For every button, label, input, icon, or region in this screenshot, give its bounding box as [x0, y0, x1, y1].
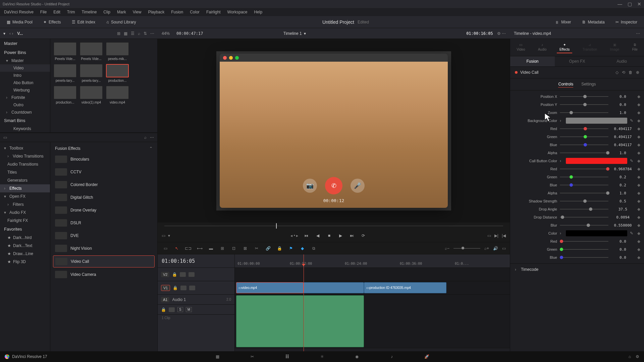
effect-item[interactable]: Night Vision	[53, 243, 155, 254]
slider-shadow[interactable]	[560, 201, 608, 201]
keyframe-icon[interactable]: ◆	[637, 167, 641, 171]
value-angle[interactable]: 37.5	[611, 207, 635, 212]
effect-item[interactable]: Colored Border	[53, 179, 155, 190]
page-edit[interactable]: ☷	[283, 353, 291, 361]
keyframe-icon[interactable]: ◆	[637, 215, 641, 220]
tab-effects[interactable]: ✦Effects	[557, 42, 572, 53]
loop-button[interactable]: ⟳	[360, 232, 367, 239]
value-s-g[interactable]: 0.0	[611, 247, 635, 252]
value-shadow[interactable]: 0.5	[611, 199, 635, 203]
cat-titles[interactable]: Titles	[0, 168, 50, 176]
lock-icon[interactable]: 🔒	[161, 307, 166, 312]
cat-audiofx[interactable]: ▾Audio FX	[0, 208, 50, 217]
minimize-icon[interactable]: —	[618, 1, 622, 7]
tab-video[interactable]: ▭Video	[514, 42, 528, 53]
menu-fairlight[interactable]: Fairlight	[206, 10, 221, 14]
effect-item[interactable]: Digital Glitch	[53, 192, 155, 203]
menu-resolve[interactable]: DaVinci Resolve	[4, 10, 34, 14]
timeline-view-icon[interactable]: ▭	[162, 245, 169, 252]
tab-image[interactable]: ▣Image	[607, 42, 622, 53]
slider-bg-r[interactable]	[560, 128, 608, 129]
keyframe-icon[interactable]: ◆	[637, 255, 641, 260]
subtab-fusion[interactable]: Fusion	[510, 56, 555, 66]
clip-thumb[interactable]: pexels-tary...	[80, 64, 103, 82]
bin-countdown[interactable]: ›Countdown	[0, 109, 50, 116]
value-bg-b[interactable]: 0.494117	[611, 143, 635, 147]
swatch-btncolor[interactable]	[566, 158, 627, 164]
value-btn-a[interactable]: 1.0	[611, 191, 635, 195]
cat-generators[interactable]: Generators	[0, 176, 50, 184]
view-thumb-icon[interactable]: ▦	[124, 31, 127, 36]
menu-edit[interactable]: Edit	[53, 10, 60, 14]
sort-icon[interactable]: ⇅	[144, 31, 147, 36]
expand-icon[interactable]: ›	[560, 231, 563, 236]
cat-effects[interactable]: ›Effects	[0, 184, 50, 192]
subtab-audio[interactable]: Audio	[599, 56, 644, 66]
bin-keywords[interactable]: Keywords	[0, 125, 50, 132]
keyframe-icon[interactable]: ◆	[637, 110, 641, 115]
keyframe-icon[interactable]: ◆	[637, 94, 641, 99]
clip-thumb[interactable]: production...	[106, 64, 129, 82]
menu-clip[interactable]: Clip	[103, 10, 110, 14]
page-color[interactable]: ◉	[353, 353, 361, 361]
collapse-icon[interactable]: ⌃	[149, 146, 153, 151]
page-media[interactable]: ▦	[213, 353, 221, 361]
dynamic-trim-tool[interactable]: ⟷	[196, 245, 203, 252]
keyframe-icon[interactable]: ◇	[615, 70, 619, 75]
effect-item[interactable]: Binoculars	[53, 154, 155, 165]
zoom-out-icon[interactable]: ⌕−	[445, 246, 449, 251]
menu-view[interactable]: View	[133, 10, 142, 14]
search-icon[interactable]: ⌕	[144, 135, 147, 140]
keyframe-icon[interactable]: ◆	[637, 231, 641, 236]
controls-tab[interactable]: Controls	[558, 81, 573, 87]
track-header-v2[interactable]: V2 🔒	[158, 268, 234, 281]
effect-item[interactable]: DSLR	[53, 217, 155, 229]
viewer-mode-icon[interactable]: ▭	[162, 233, 165, 238]
effect-title[interactable]: Video Call ◇ ⟲ 🗑 ⊕	[510, 67, 644, 78]
bin-abo[interactable]: Abo Button	[0, 79, 50, 86]
home-icon[interactable]: ⌂	[629, 354, 631, 359]
effect-item[interactable]: DVE	[53, 230, 155, 241]
cat-fairlightfx[interactable]: Fairlight FX	[0, 217, 50, 225]
keyframe-icon[interactable]: ◆	[637, 207, 641, 212]
step-back-button[interactable]: ◀	[314, 232, 321, 239]
slider-bg-g[interactable]	[560, 136, 608, 137]
viewer-options-icon[interactable]: ⚙ ⋯	[497, 31, 506, 36]
keyframe-icon[interactable]: ◆	[637, 223, 641, 228]
view-metadata-icon[interactable]: ⊞	[117, 31, 120, 36]
power-bins-header[interactable]: Power Bins	[0, 48, 50, 57]
clip-audio[interactable]	[236, 295, 304, 347]
clip-thumb[interactable]: Pexels Vide...	[80, 42, 103, 61]
slider-posx[interactable]	[560, 96, 608, 97]
eyedropper-icon[interactable]: ✎	[630, 159, 635, 163]
selection-tool[interactable]: ↖	[173, 245, 180, 252]
blade-tool[interactable]: ▬	[207, 245, 215, 252]
replace-tool[interactable]: ⊠	[241, 245, 249, 252]
clip-video[interactable]: ▭ video.mp4	[236, 282, 304, 293]
value-zoom[interactable]: 1.0	[611, 111, 635, 115]
keyframe-icon[interactable]: ◆	[637, 134, 641, 139]
audio-icon[interactable]: 🔊	[493, 246, 498, 251]
clip-audio[interactable]	[304, 295, 364, 347]
expand-icon[interactable]: ›	[560, 118, 563, 123]
maximize-icon[interactable]: ▢	[628, 1, 632, 7]
edit-index-button[interactable]: ☰ Edit Index	[69, 18, 98, 26]
trash-icon[interactable]: 🗑	[629, 70, 633, 75]
prev-edit-icon[interactable]: |◀	[502, 233, 506, 238]
eyedropper-icon[interactable]: ✎	[630, 231, 635, 236]
keyframe-icon[interactable]: ◆	[637, 199, 641, 203]
clip-thumb[interactable]: production...	[54, 86, 76, 104]
track-header-a1[interactable]: A1 Audio 1 2.0	[158, 295, 234, 305]
keyframe-icon[interactable]: ◆	[637, 183, 641, 187]
media-pool-button[interactable]: ▦ Media Pool	[4, 18, 35, 26]
timeline-ruler[interactable]: 01:00:00:00 01:00:12:00 01:00:24:00 01:0…	[235, 254, 510, 268]
track-a1[interactable]	[235, 295, 510, 348]
clip-thumb[interactable]: pexels-tary...	[54, 64, 76, 82]
keyframe-icon[interactable]: ◆	[637, 191, 641, 195]
close-icon[interactable]: ✕	[637, 1, 641, 7]
slider-s-b[interactable]	[560, 257, 608, 258]
clip-thumb[interactable]: Pexels Vide...	[54, 42, 76, 61]
cat-filters[interactable]: ›Filters	[0, 200, 50, 208]
keyframe-icon[interactable]: ◆	[637, 126, 641, 131]
gear-icon[interactable]: ⚙	[636, 354, 639, 359]
